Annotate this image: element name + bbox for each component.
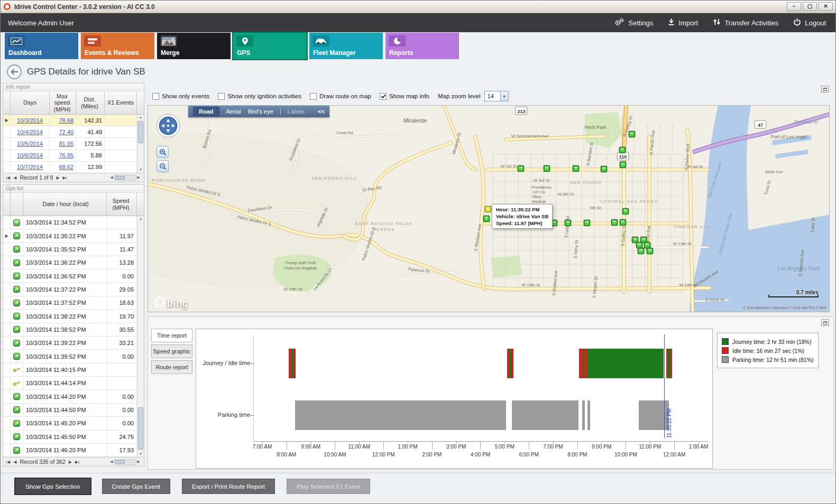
- day-link[interactable]: 10/7/2014: [17, 164, 43, 170]
- gps-list-row[interactable]: ↗10/3/2014 11:44:20 PM0.00: [3, 390, 137, 403]
- map-panel[interactable]: MiralestePeck ParkW Summerland AveCrest …: [148, 105, 830, 312]
- gps-marker[interactable]: [584, 220, 590, 226]
- gps-list-row[interactable]: ↗10/3/2014 11:37:22 PM29.05: [3, 283, 137, 296]
- map-view-aerial[interactable]: Aerial: [226, 108, 241, 115]
- checkbox-show-only-ignition-activities[interactable]: Show only ignition activities: [218, 93, 301, 100]
- max-speed-link[interactable]: 72.40: [59, 129, 74, 135]
- info-report-row[interactable]: 10/4/201472.4041.49: [3, 126, 137, 138]
- hscroll-track[interactable]: [114, 459, 136, 465]
- gps-list-row[interactable]: 10/3/2014 11:40:15 PM: [3, 363, 137, 377]
- checkbox-box[interactable]: [152, 93, 159, 100]
- info-report-row[interactable]: ▶10/3/201478.68142.31: [3, 115, 137, 126]
- gps-marker[interactable]: [544, 166, 550, 172]
- selected-gps-marker[interactable]: [485, 207, 491, 212]
- gps-marker[interactable]: [620, 220, 626, 226]
- import-button[interactable]: Import: [668, 18, 698, 27]
- gps-list-row[interactable]: ↗10/3/2014 11:35:52 PM11.47: [3, 243, 137, 256]
- gps-marker[interactable]: [612, 220, 618, 226]
- minimize-button[interactable]: –: [787, 2, 801, 11]
- map-view-road[interactable]: Road: [193, 107, 219, 116]
- hscroll-thumb[interactable]: [115, 460, 125, 464]
- nav-tile-events[interactable]: Events & Reviews: [81, 33, 154, 59]
- zoom-in-button[interactable]: [157, 146, 169, 158]
- map-view-labels[interactable]: Labels: [288, 108, 305, 115]
- hscroll-thumb[interactable]: [115, 176, 125, 180]
- gps-list-row[interactable]: ↗10/3/2014 11:45:20 PM0.00: [3, 417, 137, 430]
- transfer-button[interactable]: Transfer Activities: [713, 18, 778, 27]
- gps-marker[interactable]: [573, 166, 579, 172]
- gps-list-row[interactable]: 10/3/2014 11:44:14 PM: [3, 377, 137, 390]
- checkbox-box[interactable]: [218, 93, 225, 100]
- column-header[interactable]: Days: [11, 91, 50, 114]
- gps-marker[interactable]: [601, 166, 607, 172]
- column-header[interactable]: Dist. (Miles): [76, 91, 105, 114]
- gps-list-row[interactable]: ↗10/3/2014 11:38:22 PM19.70: [3, 310, 137, 323]
- gps-marker[interactable]: [620, 162, 626, 168]
- chevron-down-icon[interactable]: ▼: [500, 91, 508, 101]
- hscroll-right[interactable]: ▶: [136, 460, 141, 464]
- checkbox-box[interactable]: [310, 93, 317, 100]
- map-view-bird-s-eye[interactable]: Bird's eye: [248, 108, 273, 115]
- gps-marker[interactable]: [645, 242, 650, 248]
- back-button[interactable]: [7, 64, 22, 79]
- checkbox-draw-route-on-map[interactable]: Draw route on map: [310, 93, 371, 100]
- footer-button-export-print-route-report[interactable]: Export / Print Route Report: [182, 479, 275, 494]
- maximize-button[interactable]: ▢: [803, 2, 817, 11]
- day-link[interactable]: 10/3/2014: [17, 117, 43, 124]
- nav-tile-reports[interactable]: Reports: [385, 33, 459, 59]
- max-speed-link[interactable]: 76.95: [59, 152, 74, 158]
- gps-list-row[interactable]: ↗10/3/2014 11:45:50 PM24.75: [3, 431, 137, 444]
- hscroll-left[interactable]: ◀: [109, 460, 114, 464]
- nav-tile-gps[interactable]: GPS: [233, 33, 307, 59]
- prev-page-button[interactable]: ◀: [13, 460, 16, 464]
- map-zoom-dropdown[interactable]: 14 ▼: [484, 91, 509, 101]
- gps-list-row[interactable]: ↗10/3/2014 11:44:50 PM0.00: [3, 404, 137, 417]
- column-header[interactable]: X1 Events: [105, 91, 137, 114]
- gps-list-row[interactable]: ↗10/3/2014 11:39:22 PM33.21: [3, 337, 137, 350]
- column-header[interactable]: Date / hour (local): [23, 193, 107, 216]
- hscroll-track[interactable]: [114, 175, 136, 181]
- first-page-button[interactable]: |◀: [6, 460, 10, 464]
- nav-tile-merge[interactable]: Merge: [157, 33, 231, 59]
- prev-page-button[interactable]: ◀: [13, 175, 16, 180]
- footer-button-show-gps-selection[interactable]: Show Gps Selection: [15, 479, 90, 494]
- gps-list-row[interactable]: ↗10/3/2014 11:37:52 PM18.63: [3, 296, 137, 310]
- next-page-button[interactable]: ▶: [56, 175, 59, 180]
- gps-list-row[interactable]: ↗10/3/2014 11:38:52 PM30.55: [3, 323, 137, 337]
- settings-button[interactable]: Settings: [614, 18, 653, 28]
- nav-tile-dashboard[interactable]: Dashboard: [5, 33, 78, 59]
- map-panel-collapse-button[interactable]: [821, 86, 829, 92]
- info-report-row[interactable]: 10/6/201476.955.88: [3, 150, 137, 162]
- day-link[interactable]: 10/6/2014: [17, 152, 43, 158]
- day-link[interactable]: 10/5/2014: [17, 141, 43, 147]
- chart-panel-collapse-button[interactable]: [821, 319, 829, 326]
- footer-button-create-gps-event[interactable]: Create Gps Event: [102, 479, 170, 494]
- tab-route-report[interactable]: Route report: [151, 360, 192, 374]
- gps-list-row[interactable]: ▶↗10/3/2014 11:35:22 PM11.97: [3, 229, 137, 242]
- gps-marker[interactable]: [565, 220, 571, 226]
- max-speed-link[interactable]: 78.68: [59, 117, 74, 124]
- nav-tile-fleet[interactable]: Fleet Manager: [309, 33, 383, 59]
- gps-list-row[interactable]: ↗10/3/2014 11:36:22 PM13.28: [3, 256, 137, 269]
- zoom-out-button[interactable]: [157, 160, 169, 172]
- gps-list-row[interactable]: ↗10/3/2014 11:39:52 PM0.00: [3, 350, 137, 363]
- column-header[interactable]: Speed (MPH): [107, 193, 137, 216]
- day-link[interactable]: 10/4/2014: [17, 129, 43, 135]
- hscroll-left[interactable]: ◀: [109, 175, 114, 180]
- checkbox-box[interactable]: [380, 93, 387, 100]
- max-speed-link[interactable]: 68.62: [59, 164, 74, 170]
- last-page-button[interactable]: ▶|: [63, 175, 67, 180]
- gps-marker[interactable]: [638, 248, 644, 254]
- tab-speed-graphic[interactable]: Speed graphic: [151, 344, 192, 358]
- info-report-vscrollbar[interactable]: ▲▼: [137, 115, 144, 173]
- last-page-button[interactable]: ▶|: [75, 460, 79, 464]
- gps-marker[interactable]: [629, 132, 635, 137]
- info-report-row[interactable]: 10/5/201481.05172.56: [3, 138, 137, 150]
- first-page-button[interactable]: |◀: [6, 175, 10, 180]
- info-report-row[interactable]: 10/7/201468.6212.99: [3, 162, 137, 173]
- close-button[interactable]: ✕: [819, 2, 833, 11]
- map-nav-collapse-button[interactable]: <<: [318, 108, 325, 115]
- max-speed-link[interactable]: 81.05: [59, 141, 74, 147]
- checkbox-show-only-events[interactable]: Show only events: [152, 93, 209, 100]
- gps-marker[interactable]: [623, 209, 629, 214]
